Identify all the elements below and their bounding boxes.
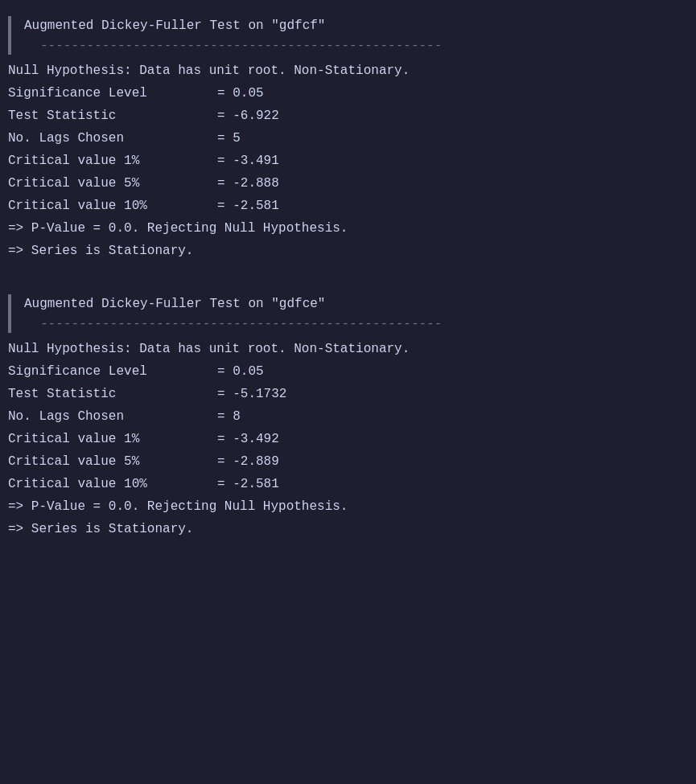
block2-stats: Null Hypothesis: Data has unit root. Non… [8,338,688,540]
block2-row-lags: No. Lags Chosen = 8 [8,405,688,428]
block1-label-critical-10: Critical value 10% [8,195,217,217]
block1-label-critical-5: Critical value 5% [8,172,217,195]
block2-label-test-statistic: Test Statistic [8,383,217,405]
block1-null-hypothesis: Null Hypothesis: Data has unit root. Non… [8,60,688,82]
block1-header: Augmented Dickey-Fuller Test on "gdfcf" … [8,16,688,55]
block1-value-significance: = 0.05 [217,82,264,105]
block2-title: Augmented Dickey-Fuller Test on "gdfce" [24,294,688,315]
block1-row-significance: Significance Level = 0.05 [8,82,688,105]
adf-block-2: Augmented Dickey-Fuller Test on "gdfce" … [8,294,688,540]
block2-row-test-statistic: Test Statistic = -5.1732 [8,383,688,405]
block1-row-test-statistic: Test Statistic = -6.922 [8,105,688,127]
block1-row-critical-5: Critical value 5% = -2.888 [8,172,688,195]
block1-label-significance: Significance Level [8,82,217,105]
block1-conclusion2: => Series is Stationary. [8,240,688,262]
block1-value-lags: = 5 [217,127,241,150]
block2-header: Augmented Dickey-Fuller Test on "gdfce" … [8,294,688,333]
block1-value-test-statistic: = -6.922 [217,105,279,127]
block2-value-critical-10: = -2.581 [217,473,279,495]
block1-stats: Null Hypothesis: Data has unit root. Non… [8,60,688,262]
block2-value-lags: = 8 [217,405,241,428]
block2-label-critical-5: Critical value 5% [8,450,217,473]
block2-row-critical-1: Critical value 1% = -3.492 [8,428,688,450]
block1-label-critical-1: Critical value 1% [8,150,217,172]
block1-label-lags: No. Lags Chosen [8,127,217,150]
block2-row-significance: Significance Level = 0.05 [8,360,688,383]
block2-divider: ----------------------------------------… [24,315,688,333]
block2-label-significance: Significance Level [8,360,217,383]
block2-row-critical-5: Critical value 5% = -2.889 [8,450,688,473]
block2-label-lags: No. Lags Chosen [8,405,217,428]
block2-conclusion2: => Series is Stationary. [8,518,688,540]
block2-null-hypothesis: Null Hypothesis: Data has unit root. Non… [8,338,688,360]
block2-value-significance: = 0.05 [217,360,264,383]
adf-block-1: Augmented Dickey-Fuller Test on "gdfcf" … [8,16,688,262]
block2-value-critical-1: = -3.492 [217,428,279,450]
block1-label-test-statistic: Test Statistic [8,105,217,127]
block1-value-critical-10: = -2.581 [217,195,279,217]
block2-value-test-statistic: = -5.1732 [217,383,286,405]
block2-label-critical-10: Critical value 10% [8,473,217,495]
block1-divider: ----------------------------------------… [24,37,688,55]
block2-row-critical-10: Critical value 10% = -2.581 [8,473,688,495]
block1-conclusion1: => P-Value = 0.0. Rejecting Null Hypothe… [8,217,688,240]
block1-row-lags: No. Lags Chosen = 5 [8,127,688,150]
block1-title: Augmented Dickey-Fuller Test on "gdfcf" [24,16,688,37]
block2-label-critical-1: Critical value 1% [8,428,217,450]
block1-row-critical-1: Critical value 1% = -3.491 [8,150,688,172]
block1-row-critical-10: Critical value 10% = -2.581 [8,195,688,217]
block2-conclusion1: => P-Value = 0.0. Rejecting Null Hypothe… [8,495,688,518]
block2-value-critical-5: = -2.889 [217,450,279,473]
block1-value-critical-5: = -2.888 [217,172,279,195]
block1-value-critical-1: = -3.491 [217,150,279,172]
